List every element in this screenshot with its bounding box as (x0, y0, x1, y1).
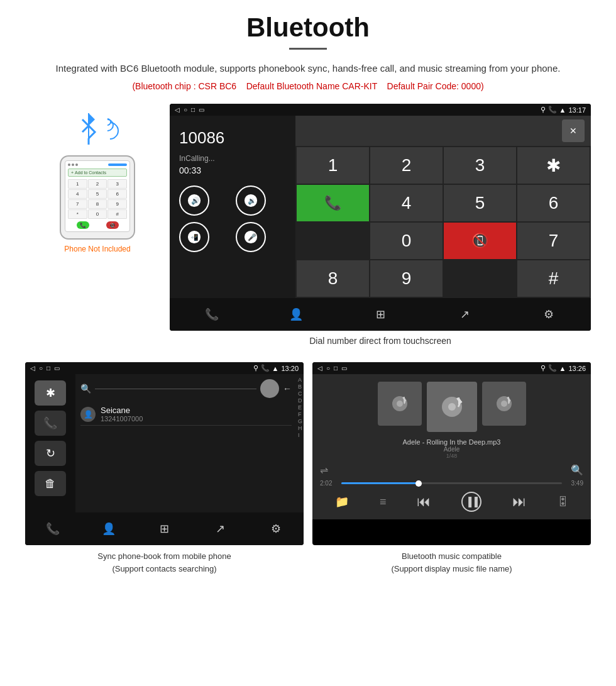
chip-info: (Bluetooth chip : CSR BC6 Default Blueto… (25, 81, 591, 91)
phonebook-screen: ◁ ○ □ ▭ ⚲ 📞 ▲ 13:20 (25, 362, 304, 545)
page-container: Bluetooth Integrated with BC6 Bluetooth … (0, 0, 616, 594)
num-5[interactable]: 5 (444, 185, 516, 221)
chip-part1: (Bluetooth chip : CSR BC6 (132, 81, 236, 91)
nav-back-icon: ◁ (175, 106, 180, 113)
num-7[interactable]: 7 (517, 223, 590, 259)
title-underline (289, 48, 327, 50)
music-status-right: ⚲ 📞 ▲ 13:26 (541, 364, 586, 372)
pb-back-arrow: ← (283, 384, 292, 394)
album-art-center (427, 382, 477, 432)
search-music-icon[interactable]: 🔍 (571, 464, 583, 476)
pb-settings-tab[interactable]: ⚙ (266, 519, 286, 539)
volume-up-button[interactable]: 🔊 (179, 185, 209, 216)
call-nav-btn[interactable]: 📞 (35, 411, 66, 436)
time-display: 13:17 (568, 106, 586, 114)
pb-nav-menu: ▭ (54, 365, 60, 372)
contacts-tab[interactable]: 👤 (286, 304, 306, 324)
music-art-row (320, 382, 583, 432)
microphone-button[interactable]: 🎤 (236, 222, 266, 252)
bluetooth-icon (76, 110, 101, 148)
play-pause-button[interactable]: ▐▐ (461, 492, 481, 512)
num-6[interactable]: 6 (517, 185, 590, 221)
numpad: 1 2 3 ✱ 📞 4 5 6 0 📵 7 8 9 (295, 146, 591, 298)
num-2[interactable]: 2 (370, 147, 443, 184)
pb-contacts-tab[interactable]: 👤 (99, 519, 119, 539)
status-right: ⚲ 📞 ▲ 13:17 (541, 106, 586, 114)
pb-contact-item[interactable]: 👤 Seicane 13241007000 (80, 403, 292, 426)
playlist-icon[interactable]: ≡ (380, 495, 387, 509)
num-hash[interactable]: # (517, 260, 590, 297)
num-9[interactable]: 9 (370, 260, 443, 297)
shuffle-icon[interactable]: ⇌ (320, 464, 328, 476)
status-left: ◁ ○ □ ▭ (175, 106, 204, 113)
pb-calls-tab[interactable]: 📞 (43, 519, 63, 539)
pb-contact-name: Seicane (101, 406, 143, 415)
num-3[interactable]: 3 (444, 147, 516, 184)
chip-part2: Default Bluetooth Name CAR-KIT (246, 81, 377, 91)
dial-screen: ◁ ○ □ ▭ ⚲ 📞 ▲ 13:17 (170, 104, 591, 331)
end-call-button[interactable]: 📵 (444, 223, 516, 259)
nav-home-icon: ○ (184, 106, 187, 113)
calls-tab[interactable]: 📞 (202, 304, 222, 324)
pb-alpha-c[interactable]: C (298, 390, 302, 397)
pb-transfer-tab[interactable]: ↗ (210, 519, 230, 539)
music-wifi-icon: ▲ (559, 365, 566, 372)
pb-keypad-tab[interactable]: ⊞ (154, 519, 174, 539)
pb-content: ✱ 📞 ↻ 🗑 🔍 ← 👤 (25, 374, 304, 512)
music-progress: 2:02 3:49 (320, 480, 583, 487)
music-song-title: Adele - Rolling In the Deep.mp3 (320, 438, 583, 446)
subtitle: Integrated with BC6 Bluetooth module, su… (25, 61, 591, 76)
num-1[interactable]: 1 (297, 147, 369, 184)
svg-point-9 (397, 401, 403, 407)
music-screen: ◁ ○ □ ▭ ⚲ 📞 ▲ 13:26 (312, 362, 591, 545)
pb-alpha-f[interactable]: F (298, 411, 302, 418)
folder-icon[interactable]: 📁 (335, 495, 349, 509)
num-star[interactable]: ✱ (517, 147, 590, 184)
keypad-tab[interactable]: ⊞ (370, 304, 390, 324)
music-caption-line1: Bluetooth music compatible (312, 550, 591, 563)
prev-track-button[interactable]: ⏮ (417, 494, 431, 510)
music-time-current: 2:02 (320, 480, 338, 487)
equalizer-icon[interactable]: 🎛 (557, 495, 568, 509)
music-content: Adele - Rolling In the Deep.mp3 Adele 1/… (312, 374, 591, 519)
sync-nav-btn[interactable]: ↻ (35, 441, 66, 466)
music-item: ◁ ○ □ ▭ ⚲ 📞 ▲ 13:26 (312, 362, 591, 575)
dial-section: ◁ ○ □ ▭ ⚲ 📞 ▲ 13:17 (170, 104, 591, 356)
num-8[interactable]: 8 (297, 260, 369, 297)
transfer-tab[interactable]: ↗ (454, 304, 475, 324)
music-nav-back: ◁ (317, 365, 322, 372)
music-nav: ◁ ○ □ ▭ (317, 365, 347, 372)
dial-bottom-bar: 📞 👤 ⊞ ↗ ⚙ (170, 298, 591, 331)
pb-alpha-b[interactable]: B (298, 384, 302, 390)
num-4[interactable]: 4 (370, 185, 443, 221)
pb-search-input[interactable] (95, 389, 256, 389)
call-button[interactable]: 📞 (297, 185, 369, 221)
pb-alpha-i[interactable]: I (298, 432, 302, 438)
delete-nav-btn[interactable]: 🗑 (35, 471, 66, 496)
pb-alpha-h[interactable]: H (298, 425, 302, 431)
music-track: 1/48 (320, 453, 583, 459)
volume-down-button[interactable]: 🔉 (236, 185, 266, 216)
dial-call-status: InCalling... (179, 154, 286, 163)
next-track-button[interactable]: ⏭ (512, 494, 526, 510)
progress-bar[interactable] (341, 482, 562, 484)
nav-recents-icon: □ (191, 106, 195, 113)
music-location-icon: ⚲ (541, 364, 546, 372)
pb-nav-back: ◁ (30, 365, 35, 372)
settings-tab[interactable]: ⚙ (539, 304, 559, 324)
page-title: Bluetooth (25, 13, 591, 43)
bluetooth-nav-btn[interactable]: ✱ (35, 380, 66, 406)
pb-alpha-g[interactable]: G (298, 418, 302, 424)
svg-text:📲: 📲 (190, 233, 199, 241)
svg-point-11 (448, 403, 456, 411)
backspace-button[interactable]: ✕ (562, 119, 585, 142)
transfer-button[interactable]: 📲 (179, 222, 209, 252)
num-0[interactable]: 0 (370, 223, 443, 259)
pb-alpha-d[interactable]: D (298, 397, 302, 404)
pb-wifi-icon: ▲ (272, 365, 279, 372)
pb-alpha-e[interactable]: E (298, 404, 302, 411)
pb-contact-number: 13241007000 (101, 415, 143, 423)
pb-alpha-a[interactable]: A (298, 377, 302, 383)
svg-text:🔊: 🔊 (191, 196, 200, 205)
album-art-left (378, 382, 422, 426)
